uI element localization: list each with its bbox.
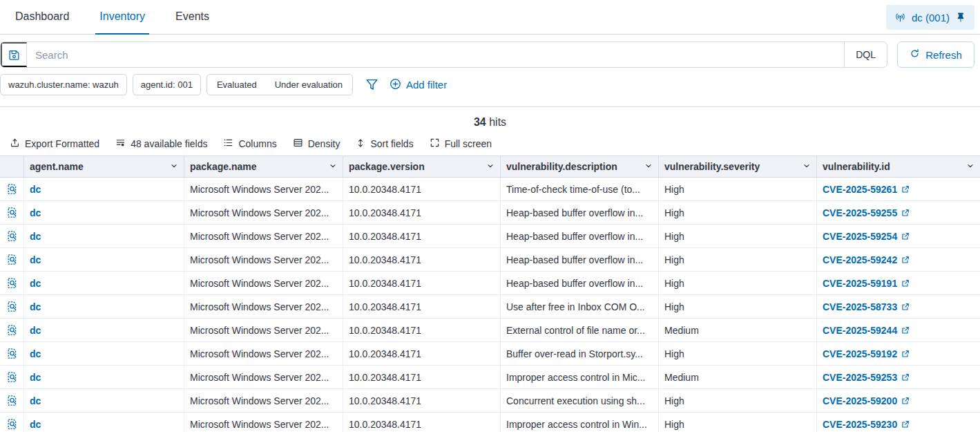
external-link-icon xyxy=(901,373,910,382)
vulnerability-id-link[interactable]: CVE-2025-59255 xyxy=(823,207,897,218)
filter-pill-agent-id[interactable]: agent.id: 001 xyxy=(133,74,201,95)
vulnerability-severity-cell: High xyxy=(659,272,817,294)
inspect-document-icon[interactable] xyxy=(6,418,18,430)
header-vulnerability-id-label: vulnerability.id xyxy=(823,161,890,172)
add-filter-button[interactable]: Add filter xyxy=(390,78,447,92)
toggle-under-evaluation[interactable]: Under evaluation xyxy=(275,79,343,90)
inspect-document-icon[interactable] xyxy=(6,348,18,359)
filter-pill-cluster[interactable]: wazuh.cluster.name: wazuh xyxy=(0,74,127,95)
vulnerability-id-link[interactable]: CVE-2025-59261 xyxy=(823,184,897,195)
save-query-icon[interactable] xyxy=(1,42,27,67)
search-row: DQL Refresh xyxy=(0,41,980,68)
tab-dashboard[interactable]: Dashboard xyxy=(11,0,73,35)
inspect-document-icon[interactable] xyxy=(6,254,18,265)
hits-count: 34 hits xyxy=(0,107,980,135)
agent-name-cell: dc xyxy=(24,413,184,432)
inspect-document-icon[interactable] xyxy=(6,371,18,383)
vulnerability-description-cell: Use after free in Inbox COM O... xyxy=(501,295,659,318)
row-control-cell xyxy=(0,225,24,247)
agent-name-link[interactable]: dc xyxy=(30,207,41,218)
header-vulnerability-id[interactable]: vulnerability.id xyxy=(817,156,980,177)
external-link-icon xyxy=(901,209,910,217)
row-control-cell xyxy=(0,272,24,294)
hits-number: 34 xyxy=(474,116,486,128)
vulnerability-id-link[interactable]: CVE-2025-59242 xyxy=(823,254,897,265)
agent-name-link[interactable]: dc xyxy=(30,419,41,430)
tab-inventory[interactable]: Inventory xyxy=(95,0,149,35)
vulnerability-id-link[interactable]: CVE-2025-59192 xyxy=(823,348,897,359)
vulnerability-id-cell: CVE-2025-59254 xyxy=(817,225,980,247)
table-row: dc Microsoft Windows Server 202... 10.0.… xyxy=(0,413,980,432)
inspect-document-icon[interactable] xyxy=(6,324,18,336)
vulnerability-id-link[interactable]: CVE-2025-58733 xyxy=(823,301,897,312)
table-row: dc Microsoft Windows Server 202... 10.0.… xyxy=(0,201,980,225)
agent-name-link[interactable]: dc xyxy=(30,278,41,289)
package-name-cell: Microsoft Windows Server 202... xyxy=(184,389,343,412)
vulnerability-description-cell: Heap-based buffer overflow in... xyxy=(501,248,659,271)
sort-fields-button[interactable]: Sort fields xyxy=(356,138,413,150)
columns-icon xyxy=(223,138,233,150)
agent-name-link[interactable]: dc xyxy=(30,395,41,406)
vulnerability-id-link[interactable]: CVE-2025-59244 xyxy=(823,325,897,336)
vulnerability-id-cell: CVE-2025-59192 xyxy=(817,342,980,365)
agent-name-cell: dc xyxy=(24,225,184,247)
table-row: dc Microsoft Windows Server 202... 10.0.… xyxy=(0,178,980,201)
vulnerability-id-link[interactable]: CVE-2025-59191 xyxy=(823,278,897,289)
toggle-evaluated[interactable]: Evaluated xyxy=(217,79,257,90)
table-row: dc Microsoft Windows Server 202... 10.0.… xyxy=(0,389,980,413)
header-agent-name[interactable]: agent.name xyxy=(24,156,184,177)
header-package-name[interactable]: package.name xyxy=(184,156,343,177)
columns-button[interactable]: Columns xyxy=(223,138,276,150)
agent-name-cell: dc xyxy=(24,295,184,318)
results-panel: 34 hits Export Formatted xyxy=(0,106,980,432)
inspect-document-icon[interactable] xyxy=(6,183,18,195)
refresh-button[interactable]: Refresh xyxy=(897,41,974,68)
query-language-button[interactable]: DQL xyxy=(844,42,887,67)
fullscreen-button[interactable]: Full screen xyxy=(430,138,492,150)
density-label: Density xyxy=(308,138,340,149)
agent-name-link[interactable]: dc xyxy=(30,325,41,336)
package-version-cell: 10.0.20348.4171 xyxy=(343,366,501,388)
external-link-icon xyxy=(901,279,910,288)
agent-selector-badge[interactable]: dc (001) xyxy=(886,5,974,30)
filter-funnel-icon[interactable] xyxy=(365,78,378,91)
vulnerability-id-cell: CVE-2025-59244 xyxy=(817,319,980,341)
vulnerability-id-link[interactable]: CVE-2025-59253 xyxy=(823,372,897,383)
agent-name-link[interactable]: dc xyxy=(30,231,41,242)
agent-name-cell: dc xyxy=(24,178,184,200)
header-vulnerability-severity[interactable]: vulnerability.severity xyxy=(659,156,817,177)
pin-icon[interactable] xyxy=(955,12,966,23)
header-vulnerability-description[interactable]: vulnerability.description xyxy=(501,156,659,177)
agent-name-link[interactable]: dc xyxy=(30,372,41,383)
header-package-version[interactable]: package.version xyxy=(343,156,501,177)
export-formatted-label: Export Formatted xyxy=(25,138,99,149)
agent-name-link[interactable]: dc xyxy=(30,348,41,359)
agent-name-link[interactable]: dc xyxy=(30,254,41,265)
agent-name-link[interactable]: dc xyxy=(30,301,41,312)
agent-name-link[interactable]: dc xyxy=(30,184,41,195)
row-control-cell xyxy=(0,319,24,341)
inspect-document-icon[interactable] xyxy=(6,301,18,312)
inspect-document-icon[interactable] xyxy=(6,277,18,289)
search-input[interactable] xyxy=(27,42,844,67)
agent-name-cell: dc xyxy=(24,272,184,294)
columns-label: Columns xyxy=(238,138,276,149)
vulnerability-id-link[interactable]: CVE-2025-59230 xyxy=(823,419,897,430)
row-control-cell xyxy=(0,413,24,432)
add-filter-label: Add filter xyxy=(406,79,447,91)
available-fields-button[interactable]: 48 available fields xyxy=(115,138,207,150)
inspect-document-icon[interactable] xyxy=(6,395,18,406)
vulnerability-id-cell: CVE-2025-59230 xyxy=(817,413,980,432)
density-button[interactable]: Density xyxy=(293,138,340,150)
package-version-cell: 10.0.20348.4171 xyxy=(343,389,501,412)
inspect-document-icon[interactable] xyxy=(6,207,18,218)
package-name-cell: Microsoft Windows Server 202... xyxy=(184,295,343,318)
header-package-name-label: package.name xyxy=(190,161,257,172)
vulnerability-id-link[interactable]: CVE-2025-59200 xyxy=(823,395,897,406)
package-name-cell: Microsoft Windows Server 202... xyxy=(184,248,343,271)
external-link-icon xyxy=(901,232,910,241)
tab-events[interactable]: Events xyxy=(171,0,213,35)
inspect-document-icon[interactable] xyxy=(6,230,18,242)
vulnerability-id-link[interactable]: CVE-2025-59254 xyxy=(823,231,897,242)
export-formatted-button[interactable]: Export Formatted xyxy=(10,138,99,150)
